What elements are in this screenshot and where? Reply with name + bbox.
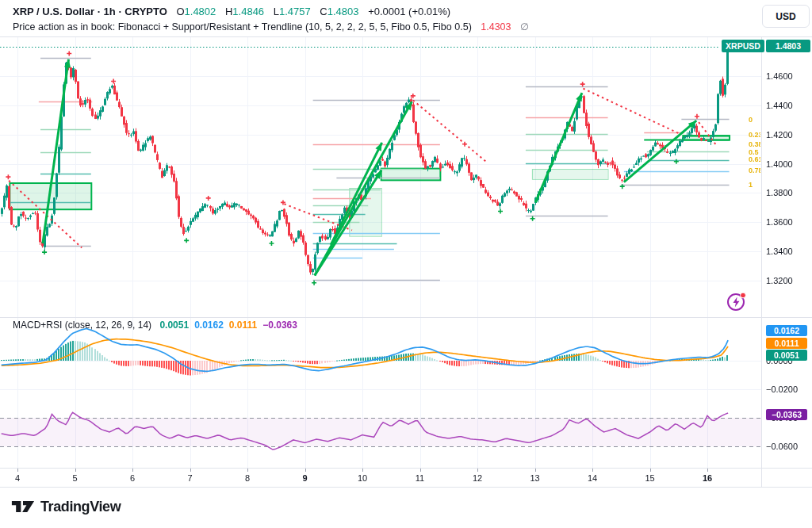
price-axis-label: 1.4400 (766, 101, 793, 110)
high-value: 1.4846 (232, 6, 264, 17)
price-axis-label: 1.3200 (766, 276, 793, 285)
price-axis-label: 1.4600 (766, 71, 793, 81)
fib-level-label: 0.618 (749, 155, 760, 163)
price-axis-label: 1.3800 (766, 188, 793, 197)
time-axis-label: 10 (358, 473, 367, 483)
time-axis-label: 4 (15, 473, 20, 483)
tradingview-logo[interactable]: TradingView (11, 497, 121, 516)
price-axis-label: 1.4200 (766, 130, 793, 140)
indicator-value-badge: 0.0162 (766, 325, 807, 336)
time-axis-label: 16 (703, 473, 712, 483)
close-value: 1.4803 (327, 6, 359, 17)
tradingview-logo-mark (11, 497, 35, 516)
time-axis-label: 13 (530, 473, 539, 483)
time-axis-label: 11 (416, 473, 424, 483)
symbol-title[interactable]: XRP / U.S. Dollar · 1h · CRYPTO (13, 6, 167, 17)
time-axis-label: 14 (588, 473, 597, 483)
open-label: O (176, 6, 184, 17)
high-label: H (225, 6, 232, 17)
price-action-indicator-value: 1.4303 (481, 21, 511, 33)
currency-toggle-button[interactable]: USD (762, 5, 810, 28)
time-axis-label: 5 (72, 473, 77, 483)
time-axis-label: 6 (130, 473, 135, 483)
low-value: 1.4757 (279, 6, 311, 17)
price-axis-label: 1.4000 (766, 159, 793, 169)
time-axis-label: 9 (302, 473, 307, 483)
indicator-value-badge: −0.0363 (766, 409, 807, 420)
last-price-badge: 1.4803 (766, 40, 810, 52)
fib-level-label: 0.382 (749, 140, 760, 148)
macd-rsi-values: 0.00510.01620.0111−0.0363 (159, 319, 303, 331)
macd-rsi-value: 0.0162 (194, 319, 224, 331)
ticker-badge-label: XRPUSD (726, 41, 760, 51)
boost-flash-icon[interactable] (726, 291, 747, 312)
indicator-value-badge: 0.0051 (766, 350, 807, 361)
fib-level-label: 0.236 (749, 131, 760, 139)
macd-rsi-value: 0.0111 (229, 319, 257, 331)
macd-rsi-header: MACD+RSI (close, 12, 26, 9, 14) 0.00510.… (13, 319, 308, 331)
chart-canvas[interactable] (0, 0, 812, 528)
time-axis[interactable] (0, 469, 812, 488)
fib-level-label: 0.5 (749, 148, 760, 156)
tradingview-chart-app: XRP / U.S. Dollar · 1h · CRYPTO O1.4802 … (0, 0, 812, 528)
time-axis-label: 12 (473, 473, 482, 483)
fib-level-label: 0.786 (749, 166, 760, 174)
tradingview-logo-text: TradingView (40, 499, 121, 515)
open-value: 1.4802 (185, 6, 216, 17)
price-action-indicator-title[interactable]: Price action as in book: Fibonacci + Sup… (13, 21, 472, 33)
time-axis-label: 15 (645, 473, 654, 483)
macd-rsi-value: −0.0363 (262, 319, 297, 331)
time-axis-label: 8 (245, 473, 250, 483)
ticker-badge: XRPUSD (722, 40, 764, 52)
fib-level-label: 1 (749, 181, 760, 189)
currency-toggle-label: USD (776, 11, 795, 22)
indicator-axis-label: −0.0200 (766, 385, 798, 394)
change-value: +0.0001 (+0.01%) (368, 6, 450, 17)
macd-rsi-value: 0.0051 (159, 319, 189, 331)
close-label: C (320, 6, 327, 17)
price-axis-label: 1.3400 (766, 247, 793, 256)
macd-rsi-title[interactable]: MACD+RSI (close, 12, 26, 9, 14) (13, 319, 151, 331)
symbol-header: XRP / U.S. Dollar · 1h · CRYPTO O1.4802 … (13, 6, 450, 17)
indicator-value-badge: 0.0111 (766, 338, 807, 349)
last-price-badge-label: 1.4803 (776, 41, 801, 51)
price-axis-label: 1.3600 (766, 217, 793, 227)
indicator-header: Price action as in book: Fibonacci + Sup… (13, 21, 529, 33)
empty-set-icon: ∅ (520, 21, 529, 33)
time-axis-label: 7 (187, 473, 192, 483)
low-label: L (274, 6, 279, 17)
fib-level-label: 0 (749, 116, 760, 124)
indicator-axis-label: −0.0600 (766, 442, 798, 451)
